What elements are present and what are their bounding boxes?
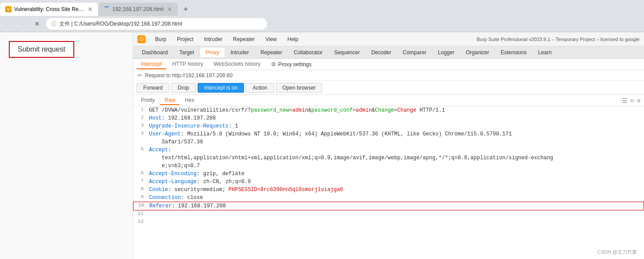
tab-bar: V Vulnerability: Cross Site Reque... ✕ 1… <box>0 0 644 16</box>
request-line-12: 12 <box>133 218 644 226</box>
proxy-settings-label: Proxy settings <box>278 61 311 68</box>
tab-1[interactable]: V Vulnerability: Cross Site Reque... ✕ <box>0 3 98 16</box>
view-tab-pretty[interactable]: Pretty <box>137 96 159 105</box>
tab-decoder[interactable]: Decoder <box>366 48 396 57</box>
browser-chrome: V Vulnerability: Cross Site Reque... ✕ 1… <box>0 0 644 32</box>
new-tab-button[interactable]: + <box>179 3 192 15</box>
tab-2-close[interactable]: ✕ <box>167 6 172 12</box>
request-line-9: 9 Connection: close <box>133 194 644 202</box>
view-icon-menu[interactable]: ≡ <box>637 97 640 104</box>
intercept-toolbar: Forward Drop Intercept is on Action Open… <box>133 81 644 95</box>
pencil-icon: ✏ <box>137 72 142 79</box>
request-line-6: 6 Accept-Encoding: gzip, deflate <box>133 170 644 178</box>
view-tab-raw[interactable]: Raw <box>160 96 179 105</box>
tab-2-spinner <box>103 6 110 12</box>
tab-logger[interactable]: Logger <box>433 48 460 57</box>
view-icon-list[interactable]: ☰ <box>622 97 628 104</box>
tab-proxy[interactable]: Proxy <box>200 48 225 57</box>
view-icon-ln[interactable]: ln <box>630 98 634 103</box>
left-panel: Submit request <box>0 32 133 259</box>
request-line-5: 5 Accept: <box>133 146 644 154</box>
tab-extensions[interactable]: Extensions <box>495 48 532 57</box>
request-line-2: 2 Host: 192.168.197.208 <box>133 114 644 122</box>
request-line-4: 4 User-Agent: Mozilla/5.0 (Windows NT 10… <box>133 130 644 138</box>
burp-header: ⬡ Burp Project Intruder Repeater View He… <box>133 32 644 46</box>
view-tab-group: Pretty Raw Hex <box>137 96 199 105</box>
menu-intruder[interactable]: Intruder <box>203 34 223 44</box>
watermark: CSDN @文刀竹萧 <box>598 249 637 255</box>
burp-title: Burp Suite Professional v2023.9.1 – Temp… <box>476 37 640 42</box>
request-line-1: 1 GET /DVWA/vulnerabilities/csrf/?passwo… <box>133 106 644 114</box>
tab-comparer[interactable]: Comparer <box>397 48 431 57</box>
menu-help[interactable]: Help <box>286 34 299 44</box>
proxy-sub-tabs: Intercept HTTP history WebSockets histor… <box>133 59 644 70</box>
request-view-tabs: Pretty Raw Hex ☰ ln ≡ <box>133 95 644 106</box>
action-button[interactable]: Action <box>246 83 274 93</box>
tab-2[interactable]: 192.168.197.208.html ✕ <box>98 3 178 16</box>
request-line-5-cont1: text/html,application/xhtml+xml,applicat… <box>133 154 644 162</box>
tab-2-title: 192.168.197.208.html <box>112 6 164 12</box>
submit-request-button[interactable]: Submit request <box>9 41 74 58</box>
info-bar: ✏ Request to http://192.168.197.208:80 <box>133 70 644 81</box>
tab-target[interactable]: Target <box>174 48 199 57</box>
request-line-4-cont: Safari/537.36 <box>133 138 644 146</box>
tab-1-favicon: V <box>5 6 11 12</box>
tab-1-title: Vulnerability: Cross Site Reque... <box>14 6 85 12</box>
address-text: 文件 | C:/Users/ROG/Desktop/192.168.197.20… <box>59 20 182 28</box>
tab-dashboard[interactable]: Dashboard <box>137 48 173 57</box>
tab-learn[interactable]: Learn <box>533 48 557 57</box>
menu-view[interactable]: View <box>264 34 278 44</box>
subtab-intercept[interactable]: Intercept <box>137 60 166 69</box>
info-bar-text: Request to http://192.168.197.208:80 <box>145 72 232 79</box>
drop-button[interactable]: Drop <box>171 83 196 93</box>
tab-intruder[interactable]: Intruder <box>225 48 254 57</box>
request-line-5-cont2: e;v=b3;q=0.7 <box>133 162 644 170</box>
open-browser-button[interactable]: Open browser <box>276 83 322 93</box>
burp-panel: ⬡ Burp Project Intruder Repeater View He… <box>133 32 644 259</box>
back-button[interactable]: ← <box>4 19 14 29</box>
reload-button[interactable]: ✕ <box>32 19 42 29</box>
address-bar: ← → ✕ ⓘ 文件 | C:/Users/ROG/Desktop/192.16… <box>0 16 644 32</box>
menu-project[interactable]: Project <box>176 34 194 44</box>
intercept-on-button[interactable]: Intercept is on <box>198 83 244 93</box>
address-input[interactable]: ⓘ 文件 | C:/Users/ROG/Desktop/192.168.197.… <box>46 18 267 30</box>
gear-icon: ⚙ <box>271 61 276 68</box>
tab-repeater[interactable]: Repeater <box>255 48 287 57</box>
tab-sequencer[interactable]: Sequencer <box>329 48 365 57</box>
tab-organizer[interactable]: Organizer <box>461 48 495 57</box>
request-line-11: 11 <box>133 210 644 218</box>
request-line-7: 7 Accept-Language: zh-CN, zh;q=0.9 <box>133 178 644 186</box>
menu-burp[interactable]: Burp <box>154 34 167 44</box>
subtab-websockets-history[interactable]: WebSockets history <box>210 60 265 69</box>
request-line-10: 10 Referer: 192.168.197.208 <box>133 202 644 210</box>
request-line-3: 3 Upgrade-Insecure-Requests: 1 <box>133 122 644 130</box>
menu-repeater[interactable]: Repeater <box>232 34 255 44</box>
forward-button[interactable]: Forward <box>137 83 169 93</box>
request-line-8: 8 Cookie: security=medium; PHPSESSID=8rc… <box>133 186 644 194</box>
main-content: Submit request ⬡ Burp Project Intruder R… <box>0 32 644 259</box>
view-tab-hex[interactable]: Hex <box>180 96 198 105</box>
subtab-http-history[interactable]: HTTP history <box>168 60 208 69</box>
burp-nav-tabs: Dashboard Target Proxy Intruder Repeater… <box>133 46 644 59</box>
tab-1-close[interactable]: ✕ <box>88 6 93 12</box>
subtab-proxy-settings[interactable]: ⚙ Proxy settings <box>267 60 316 69</box>
tab-collaborator[interactable]: Collaborator <box>289 48 328 57</box>
forward-button[interactable]: → <box>18 19 28 29</box>
request-body: 1 GET /DVWA/vulnerabilities/csrf/?passwo… <box>133 106 644 259</box>
view-icons-group: ☰ ln ≡ <box>622 97 640 104</box>
burp-logo: ⬡ <box>137 35 145 43</box>
